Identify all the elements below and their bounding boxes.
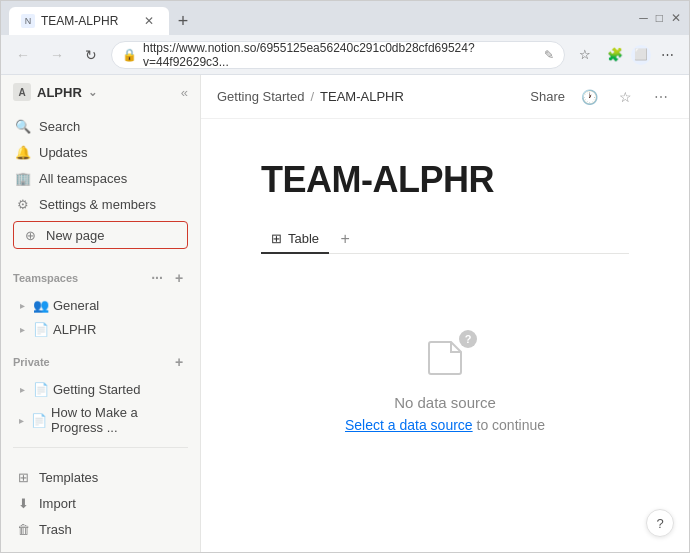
main-content: Getting Started / TEAM-ALPHR Share 🕐 ☆ ⋯… xyxy=(201,75,689,552)
url-text: https://www.notion.so/6955125ea56240c291… xyxy=(143,41,538,69)
tab-favicon: N xyxy=(21,14,35,28)
sidebar-item-settings[interactable]: ⚙ Settings & members xyxy=(7,191,194,217)
browser-toolbar: ← → ↻ 🔒 https://www.notion.so/6955125ea5… xyxy=(1,35,689,75)
bookmark-icon[interactable]: ☆ xyxy=(571,41,599,69)
active-tab[interactable]: N TEAM-ALPHR ✕ xyxy=(9,7,169,35)
teamspaces-add-button[interactable]: + xyxy=(170,269,188,287)
breadcrumb-separator: / xyxy=(310,89,314,104)
workspace-selector[interactable]: A ALPHR ⌄ xyxy=(13,83,97,101)
forward-button[interactable]: → xyxy=(43,41,71,69)
empty-state: ? No data source Select a data source to… xyxy=(261,254,629,512)
private-section-header: Private + xyxy=(13,353,188,371)
breadcrumb-bar: Getting Started / TEAM-ALPHR Share 🕐 ☆ ⋯ xyxy=(201,75,689,119)
alphr-label: ALPHR xyxy=(53,322,96,337)
browser-window: N TEAM-ALPHR ✕ + ─ □ ✕ ← → ↻ 🔒 https://w… xyxy=(0,0,690,553)
sidebar-item-alphr[interactable]: ▸ 📄 ALPHR xyxy=(7,317,194,341)
sidebar-item-search[interactable]: 🔍 Search xyxy=(7,113,194,139)
getting-started-label: Getting Started xyxy=(53,382,140,397)
sidebar-item-new-page[interactable]: ⊕ New page xyxy=(13,221,188,249)
getting-started-toggle: ▸ xyxy=(15,382,29,396)
breadcrumb: Getting Started / TEAM-ALPHR xyxy=(217,89,404,104)
trash-icon: 🗑 xyxy=(15,521,31,537)
sidebar-item-trash[interactable]: 🗑 Trash xyxy=(7,516,194,542)
select-data-source-link[interactable]: Select a data source xyxy=(345,417,473,433)
workspace-avatar: A xyxy=(13,83,31,101)
sidebar-item-getting-started[interactable]: ▸ 📄 Getting Started xyxy=(7,377,194,401)
alphr-toggle: ▸ xyxy=(15,322,29,336)
sidebar: A ALPHR ⌄ « 🔍 Search 🔔 Updates 🏢 All tea xyxy=(1,75,201,552)
templates-label: Templates xyxy=(39,470,98,485)
workspace-chevron: ⌄ xyxy=(88,86,97,99)
table-view-label: Table xyxy=(288,231,319,246)
teamspaces-section-header: Teamspaces ··· + xyxy=(13,269,188,287)
window-maximize[interactable]: □ xyxy=(656,11,663,25)
profile-icon[interactable]: ⬜ xyxy=(631,45,651,65)
sidebar-item-all-teamspaces[interactable]: 🏢 All teamspaces xyxy=(7,165,194,191)
sidebar-item-updates[interactable]: 🔔 Updates xyxy=(7,139,194,165)
search-icon: 🔍 xyxy=(15,118,31,134)
toolbar-icons: ☆ 🧩 ⬜ ⋯ xyxy=(571,41,681,69)
empty-action-suffix: to continue xyxy=(473,417,545,433)
tab-title: TEAM-ALPHR xyxy=(41,14,118,28)
import-label: Import xyxy=(39,496,76,511)
general-label: General xyxy=(53,298,99,313)
sidebar-item-search-label: Search xyxy=(39,119,80,134)
extensions-icon[interactable]: 🧩 xyxy=(601,41,629,69)
empty-state-icon: ? xyxy=(421,334,469,382)
progress-label: How to Make a Progress ... xyxy=(51,405,186,435)
teamspaces-more-button[interactable]: ··· xyxy=(148,269,166,287)
private-add-button[interactable]: + xyxy=(170,353,188,371)
new-page-icon: ⊕ xyxy=(22,227,38,243)
tab-bar: N TEAM-ALPHR ✕ + xyxy=(9,1,197,35)
page-title: TEAM-ALPHR xyxy=(261,159,629,201)
progress-toggle: ▸ xyxy=(15,413,27,427)
page-content: TEAM-ALPHR ⊞ Table + xyxy=(201,119,689,552)
general-toggle: ▸ xyxy=(15,298,29,312)
getting-started-icon: 📄 xyxy=(33,381,49,397)
sidebar-item-templates[interactable]: ⊞ Templates xyxy=(7,464,194,490)
teamspaces-section-actions: ··· + xyxy=(148,269,188,287)
history-icon[interactable]: 🕐 xyxy=(577,85,601,109)
sidebar-header: A ALPHR ⌄ « xyxy=(1,75,200,109)
private-items: ▸ 📄 Getting Started ▸ 📄 How to Make a Pr… xyxy=(1,377,200,439)
window-minimize[interactable]: ─ xyxy=(639,11,648,25)
empty-state-title: No data source xyxy=(394,394,496,411)
updates-icon: 🔔 xyxy=(15,144,31,160)
new-tab-button[interactable]: + xyxy=(169,7,197,35)
table-view-tab[interactable]: ⊞ Table xyxy=(261,225,329,254)
topbar-actions: Share 🕐 ☆ ⋯ xyxy=(530,85,673,109)
sidebar-item-general[interactable]: ▸ 👥 General xyxy=(7,293,194,317)
app-container: A ALPHR ⌄ « 🔍 Search 🔔 Updates 🏢 All tea xyxy=(1,75,689,552)
sidebar-item-updates-label: Updates xyxy=(39,145,87,160)
browser-menu-icon[interactable]: ⋯ xyxy=(653,41,681,69)
window-close[interactable]: ✕ xyxy=(671,11,681,25)
edit-url-icon: ✎ xyxy=(544,48,554,62)
add-view-button[interactable]: + xyxy=(333,227,357,251)
sidebar-collapse-button[interactable]: « xyxy=(181,85,188,100)
refresh-button[interactable]: ↻ xyxy=(77,41,105,69)
address-bar[interactable]: 🔒 https://www.notion.so/6955125ea56240c2… xyxy=(111,41,565,69)
trash-label: Trash xyxy=(39,522,72,537)
share-button[interactable]: Share xyxy=(530,89,565,104)
teamspaces-icon: 🏢 xyxy=(15,170,31,186)
more-icon[interactable]: ⋯ xyxy=(649,85,673,109)
tab-close-button[interactable]: ✕ xyxy=(141,13,157,29)
empty-icon-badge: ? xyxy=(459,330,477,348)
sidebar-nav: 🔍 Search 🔔 Updates 🏢 All teamspaces ⚙ Se… xyxy=(1,109,200,257)
sidebar-divider xyxy=(13,447,188,448)
favorite-icon[interactable]: ☆ xyxy=(613,85,637,109)
help-button[interactable]: ? xyxy=(646,509,674,537)
sidebar-item-new-page-label: New page xyxy=(46,228,105,243)
private-section: Private + xyxy=(1,341,200,377)
sidebar-item-teamspaces-label: All teamspaces xyxy=(39,171,127,186)
workspace-name: ALPHR xyxy=(37,85,82,100)
tabs-row: ⊞ Table + xyxy=(261,225,629,254)
back-button[interactable]: ← xyxy=(9,41,37,69)
settings-icon: ⚙ xyxy=(15,196,31,212)
breadcrumb-getting-started[interactable]: Getting Started xyxy=(217,89,304,104)
teamspaces-items: ▸ 👥 General ▸ 📄 ALPHR xyxy=(1,293,200,341)
sidebar-item-import[interactable]: ⬇ Import xyxy=(7,490,194,516)
sidebar-item-progress[interactable]: ▸ 📄 How to Make a Progress ... xyxy=(7,401,194,439)
templates-icon: ⊞ xyxy=(15,469,31,485)
import-icon: ⬇ xyxy=(15,495,31,511)
